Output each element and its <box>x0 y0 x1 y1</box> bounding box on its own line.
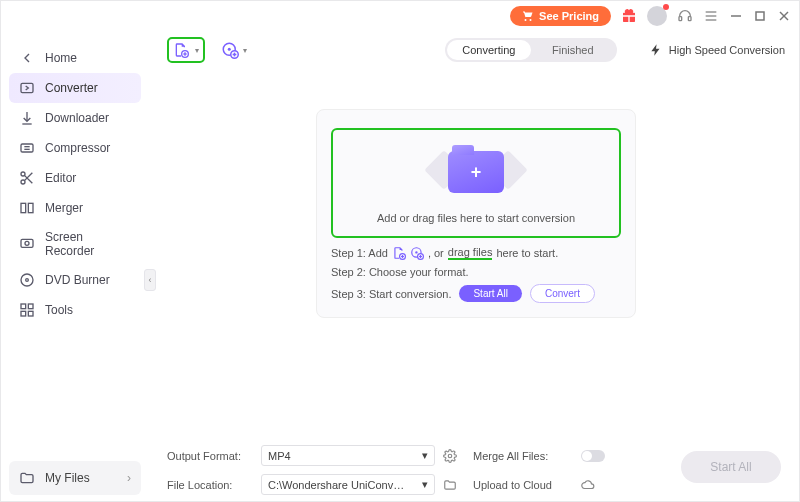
sidebar-item-label: DVD Burner <box>45 273 110 287</box>
step-1: Step 1: Add , or drag files here to star… <box>331 246 621 260</box>
merge-toggle[interactable] <box>581 450 605 462</box>
svg-rect-9 <box>21 83 33 92</box>
step-2: Step 2: Choose your format. <box>331 266 621 278</box>
plus-icon: + <box>471 162 482 183</box>
see-pricing-label: See Pricing <box>539 10 599 22</box>
svg-rect-11 <box>21 144 33 152</box>
svg-point-21 <box>25 241 29 245</box>
open-folder-icon[interactable] <box>443 478 457 492</box>
close-button[interactable] <box>777 9 791 23</box>
chevron-left-icon <box>19 50 35 66</box>
add-disc-icon <box>410 246 424 260</box>
sidebar-item-label: Tools <box>45 303 73 317</box>
sidebar-item-editor[interactable]: Editor <box>9 163 141 193</box>
svg-rect-26 <box>21 311 26 316</box>
sidebar-item-converter[interactable]: Converter <box>9 73 141 103</box>
hsc-label: High Speed Conversion <box>669 44 785 56</box>
minimize-button[interactable] <box>729 9 743 23</box>
svg-rect-1 <box>688 17 691 21</box>
sidebar-item-merger[interactable]: Merger <box>9 193 141 223</box>
svg-rect-18 <box>21 203 26 212</box>
sidebar-item-label: Converter <box>45 81 98 95</box>
download-icon <box>19 110 35 126</box>
svg-point-23 <box>26 279 29 282</box>
sidebar-item-downloader[interactable]: Downloader <box>9 103 141 133</box>
svg-rect-19 <box>28 203 33 212</box>
add-file-icon <box>173 42 189 58</box>
convert-pill[interactable]: Convert <box>530 284 595 303</box>
folder-illustration: + <box>426 144 526 200</box>
status-tabs: Converting Finished <box>445 38 617 62</box>
gift-icon[interactable] <box>621 8 637 24</box>
sidebar-item-label: Downloader <box>45 111 109 125</box>
gear-icon[interactable] <box>443 449 457 463</box>
tab-finished[interactable]: Finished <box>531 40 615 60</box>
menu-icon[interactable] <box>703 8 719 24</box>
file-location-label: File Location: <box>167 479 253 491</box>
disc-icon <box>19 272 35 288</box>
my-files-label: My Files <box>45 471 90 485</box>
svg-point-40 <box>415 251 417 253</box>
drop-text: Add or drag files here to start conversi… <box>377 212 575 224</box>
maximize-button[interactable] <box>753 9 767 23</box>
add-file-icon <box>392 246 406 260</box>
chevron-down-icon: ▾ <box>422 478 428 491</box>
svg-point-22 <box>21 274 33 286</box>
upload-label: Upload to Cloud <box>473 479 573 491</box>
output-format-value: MP4 <box>268 450 291 462</box>
sidebar-item-tools[interactable]: Tools <box>9 295 141 325</box>
chevron-down-icon: ▾ <box>243 46 247 55</box>
scissors-icon <box>19 170 35 186</box>
cloud-icon[interactable] <box>581 478 595 492</box>
file-location-value: C:\Wondershare UniConverter 1 <box>268 479 408 491</box>
svg-rect-25 <box>28 304 33 309</box>
avatar-icon[interactable] <box>647 6 667 26</box>
output-format-label: Output Format: <box>167 450 253 462</box>
merger-icon <box>19 200 35 216</box>
svg-rect-0 <box>679 17 682 21</box>
start-all-pill[interactable]: Start All <box>459 285 521 302</box>
file-location-select[interactable]: C:\Wondershare UniConverter 1 ▾ <box>261 474 435 495</box>
svg-point-32 <box>228 48 231 51</box>
svg-point-14 <box>21 172 25 176</box>
sidebar-item-label: Screen Recorder <box>45 230 131 258</box>
svg-rect-6 <box>756 12 764 20</box>
add-file-button[interactable]: ▾ <box>167 37 205 63</box>
sidebar-my-files[interactable]: My Files › <box>9 461 141 495</box>
svg-rect-24 <box>21 304 26 309</box>
headset-icon[interactable] <box>677 8 693 24</box>
sidebar-item-label: Compressor <box>45 141 110 155</box>
sidebar-item-compressor[interactable]: Compressor <box>9 133 141 163</box>
add-disc-icon <box>221 41 239 59</box>
see-pricing-button[interactable]: See Pricing <box>510 6 611 26</box>
svg-point-44 <box>448 454 452 458</box>
add-dvd-button[interactable]: ▾ <box>221 41 247 59</box>
chevron-down-icon: ▾ <box>195 46 199 55</box>
grid-icon <box>19 302 35 318</box>
step-3: Step 3: Start conversion. Start All Conv… <box>331 284 621 303</box>
sidebar-item-label: Editor <box>45 171 76 185</box>
compressor-icon <box>19 140 35 156</box>
sidebar-collapse-button[interactable]: ‹ <box>144 269 156 291</box>
tab-converting[interactable]: Converting <box>447 40 531 60</box>
sidebar-item-dvd-burner[interactable]: DVD Burner <box>9 265 141 295</box>
svg-rect-27 <box>28 311 33 316</box>
chevron-right-icon: › <box>127 471 131 485</box>
folder-icon <box>19 470 35 486</box>
sidebar-item-label: Merger <box>45 201 83 215</box>
drop-area[interactable]: + Add or drag files here to start conver… <box>316 109 636 318</box>
merge-label: Merge All Files: <box>473 450 573 462</box>
output-format-select[interactable]: MP4 ▾ <box>261 445 435 466</box>
sidebar-item-screen-recorder[interactable]: Screen Recorder <box>9 223 141 265</box>
svg-point-15 <box>21 180 25 184</box>
sidebar-item-label: Home <box>45 51 77 65</box>
chevron-down-icon: ▾ <box>422 449 428 462</box>
lightning-icon <box>649 43 663 57</box>
cart-icon <box>522 10 534 22</box>
svg-rect-20 <box>21 239 33 247</box>
record-icon <box>19 236 35 252</box>
start-all-button[interactable]: Start All <box>681 451 781 483</box>
converter-icon <box>19 80 35 96</box>
sidebar-item-home[interactable]: Home <box>9 43 141 73</box>
high-speed-conversion-button[interactable]: High Speed Conversion <box>649 43 785 57</box>
